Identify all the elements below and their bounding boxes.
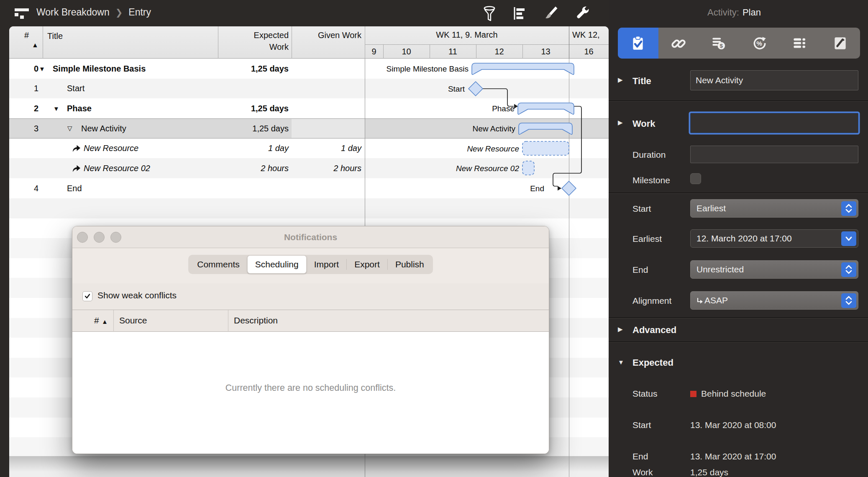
expected-status-label: Status xyxy=(632,389,658,399)
costs-icon: $ xyxy=(710,34,727,52)
svg-text:$: $ xyxy=(720,43,723,49)
work-breakdown-icon xyxy=(13,5,30,22)
weak-conflicts-row: Show weak conflicts xyxy=(72,283,549,310)
settings-wrench-icon[interactable] xyxy=(574,5,591,22)
duration-input[interactable] xyxy=(690,146,858,163)
expected-end-label: End xyxy=(632,451,648,462)
start-constraint-label: Start xyxy=(632,204,651,214)
tab-links[interactable] xyxy=(658,28,699,59)
outline-view-icon[interactable] xyxy=(511,5,528,22)
gantt-assignment-bar[interactable] xyxy=(522,141,569,155)
dialog-tab-scheduling[interactable]: Scheduling xyxy=(247,255,307,274)
dialog-tab-import[interactable]: Import xyxy=(307,256,347,273)
tab-notes[interactable] xyxy=(820,28,860,59)
tab-progress[interactable]: % xyxy=(739,28,780,59)
gantt-bar-label: New Resource xyxy=(467,144,519,153)
gantt-assignment-bar[interactable] xyxy=(522,161,534,175)
popup-stepper-icon[interactable] xyxy=(841,293,856,308)
advanced-section-label[interactable]: Advanced xyxy=(632,325,676,336)
earliest-date-field[interactable]: 12. March 2020 at 17:00 xyxy=(690,229,858,248)
expected-status-value: Behind schedule xyxy=(701,389,766,399)
tab-structure[interactable] xyxy=(779,28,820,59)
notifications-window: Notifications CommentsSchedulingImportEx… xyxy=(72,226,549,454)
tab-plan[interactable] xyxy=(618,28,658,59)
conflict-sort-arrow-icon[interactable]: ▲ xyxy=(102,318,108,325)
dialog-tab-publish[interactable]: Publish xyxy=(388,256,432,273)
start-constraint-popup[interactable]: Earliest xyxy=(690,199,858,218)
no-conflicts-message: Currently there are no scheduling confli… xyxy=(72,383,549,393)
gantt-bar-label: Start xyxy=(448,85,465,93)
edit-note-icon xyxy=(831,34,849,52)
advanced-disclosure-icon[interactable]: ▶ xyxy=(618,326,623,333)
dependency-arrow-icon xyxy=(558,186,561,191)
alignment-label: Alignment xyxy=(632,296,671,306)
breadcrumb[interactable]: Work Breakdown ❯ Entry xyxy=(36,7,151,18)
gantt-milestone-diamond[interactable] xyxy=(469,82,483,96)
dependency-arrow-icon xyxy=(514,104,518,109)
breadcrumb-root[interactable]: Work Breakdown xyxy=(36,7,110,18)
gantt-milestone-diamond[interactable] xyxy=(562,181,576,195)
popup-stepper-icon[interactable] xyxy=(841,201,856,216)
breadcrumb-chevron-icon: ❯ xyxy=(115,8,123,18)
expected-section-label[interactable]: Expected xyxy=(632,357,673,368)
link-icon xyxy=(670,34,687,52)
gantt-bar-label: End xyxy=(530,184,544,193)
dialog-tab-export[interactable]: Export xyxy=(347,256,387,273)
expected-work-label: Work xyxy=(632,467,653,477)
expected-disclosure-icon[interactable]: ▼ xyxy=(618,359,624,366)
earliest-label: Earliest xyxy=(632,234,662,244)
gantt-summary-bar[interactable] xyxy=(518,103,574,114)
breadcrumb-current[interactable]: Entry xyxy=(128,7,151,18)
notifications-tabs: CommentsSchedulingImportExportPublish xyxy=(188,255,433,274)
gantt-bar-label: New Activity xyxy=(473,124,516,133)
inspector-title: Activity:Plan xyxy=(609,7,860,18)
expected-work-value: 1,25 days xyxy=(690,467,728,477)
inspector-sidebar: Activity:Plan $ % ▶ Title New Activity ▶… xyxy=(609,0,868,477)
asap-elbow-icon xyxy=(696,297,703,304)
notifications-titlebar[interactable]: Notifications xyxy=(72,226,549,248)
inspector-title-label: Activity: xyxy=(707,7,739,18)
expected-end-value: 13. Mar 2020 at 17:00 xyxy=(690,451,776,462)
svg-text:%: % xyxy=(756,40,762,47)
gantt-summary-bar[interactable] xyxy=(472,63,574,74)
progress-icon: % xyxy=(750,34,768,52)
status-color-swatch xyxy=(690,391,696,397)
conflict-list-header: # ▲ Source Description xyxy=(72,310,549,332)
end-constraint-popup[interactable]: Unrestricted xyxy=(690,260,858,279)
work-disclosure-icon[interactable]: ▶ xyxy=(618,119,623,126)
rows-icon xyxy=(791,34,808,52)
show-weak-conflicts-label[interactable]: Show weak conflicts xyxy=(97,290,177,300)
expected-start-value: 13. Mar 2020 at 08:00 xyxy=(690,420,776,430)
milestone-label: Milestone xyxy=(632,175,670,185)
conflict-col-description[interactable]: Description xyxy=(234,315,278,326)
title-input[interactable]: New Activity xyxy=(690,70,858,90)
format-brush-icon[interactable] xyxy=(542,5,559,22)
duration-label: Duration xyxy=(632,150,666,160)
title-field-label: Title xyxy=(632,76,651,87)
notifications-tab-area: CommentsSchedulingImportExportPublish xyxy=(72,248,549,283)
end-constraint-label: End xyxy=(632,265,648,275)
window-title: Notifications xyxy=(72,232,549,242)
gantt-summary-bar[interactable] xyxy=(519,123,572,134)
gantt-bar-label: New Resource 02 xyxy=(456,164,519,173)
gantt-bar-label: Simple Milestone Basis xyxy=(387,64,469,73)
title-disclosure-icon[interactable]: ▶ xyxy=(618,76,623,84)
alignment-popup[interactable]: ASAP xyxy=(690,291,858,310)
conflict-col-num[interactable]: # xyxy=(94,315,99,326)
show-weak-conflicts-checkbox[interactable] xyxy=(82,291,92,301)
dialog-tab-comments[interactable]: Comments xyxy=(189,256,247,273)
work-input[interactable] xyxy=(690,113,858,133)
filter-icon[interactable] xyxy=(481,5,498,22)
milestone-checkbox[interactable] xyxy=(690,173,701,184)
inspector-title-value: Plan xyxy=(743,7,761,18)
popup-stepper-icon[interactable] xyxy=(841,262,856,277)
date-dropdown-icon[interactable] xyxy=(841,231,856,246)
work-field-label: Work xyxy=(632,118,655,129)
expected-start-label: Start xyxy=(632,420,651,430)
gantt-bar-label: Phase xyxy=(492,104,515,113)
dependency-connector xyxy=(483,89,514,106)
conflict-list: Currently there are no scheduling confli… xyxy=(72,332,549,454)
tab-costs[interactable]: $ xyxy=(699,28,739,59)
conflict-col-source[interactable]: Source xyxy=(119,315,147,326)
inspector-tabbar: $ % xyxy=(618,28,860,59)
